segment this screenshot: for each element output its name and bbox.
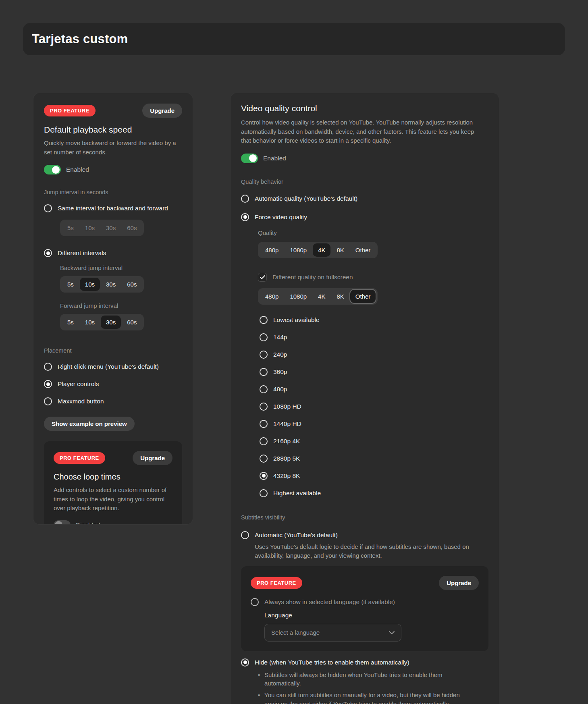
- checkbox-label: Different quality on fullscreen: [272, 274, 353, 281]
- radio-resolution-1080p[interactable]: 1080p HD: [260, 403, 488, 411]
- radio-label: Maxxmod button: [58, 398, 104, 405]
- quality-option[interactable]: 8K: [331, 243, 349, 257]
- quality-sub-label: Quality: [258, 229, 488, 236]
- interval-option[interactable]: 10s: [80, 316, 100, 329]
- radio-circle[interactable]: [260, 368, 268, 376]
- interval-option[interactable]: 5s: [62, 278, 79, 291]
- upgrade-button[interactable]: Upgrade: [142, 104, 182, 118]
- toggle-label: Disabled: [76, 521, 100, 525]
- radio-resolution-4320p[interactable]: 4320p 8K: [260, 472, 488, 480]
- loop-times-card: PRO FEATURE Upgrade Choose loop times Ad…: [44, 441, 182, 525]
- subtitles-section-label: Subtitles visibility: [241, 514, 488, 521]
- radio-circle[interactable]: [260, 455, 268, 463]
- quality-segmented: 480p 1080p 4K 8K Other: [258, 242, 378, 258]
- upgrade-button[interactable]: Upgrade: [439, 576, 479, 590]
- radio-circle-selected[interactable]: [44, 249, 52, 257]
- radio-circle[interactable]: [260, 420, 268, 428]
- forward-interval-segmented: 5s 10s 30s 60s: [60, 314, 144, 330]
- radio-label: Automatic quality (YouTube's default): [255, 195, 357, 202]
- radio-circle[interactable]: [44, 397, 52, 405]
- radio-circle[interactable]: [260, 333, 268, 341]
- radio-circle-selected[interactable]: [241, 658, 249, 667]
- interval-option[interactable]: 60s: [122, 316, 142, 329]
- fullscreen-quality-checkbox-row[interactable]: Different quality on fullscreen: [258, 273, 488, 282]
- hide-option-bullets: Subtitles will always be hidden when You…: [257, 671, 488, 704]
- radio-circle[interactable]: [44, 204, 52, 212]
- forward-jump-label: Forward jump interval: [60, 302, 182, 309]
- placement-section-label: Placement: [44, 347, 182, 354]
- radio-circle-selected[interactable]: [44, 380, 52, 388]
- radio-force-quality[interactable]: Force video quality: [241, 213, 488, 221]
- backward-interval-segmented: 5s 10s 30s 60s: [60, 276, 144, 293]
- radio-resolution-480p[interactable]: 480p: [260, 385, 488, 393]
- radio-circle[interactable]: [251, 598, 259, 606]
- radio-label: 240p: [273, 351, 287, 358]
- radio-always-show-language[interactable]: Always show in selected language (if ava…: [251, 598, 479, 606]
- same-interval-segmented: 5s 10s 30s 60s: [60, 220, 144, 236]
- radio-different-intervals[interactable]: Different intervals: [44, 249, 182, 257]
- radio-resolution-highest[interactable]: Highest available: [260, 489, 488, 497]
- radio-circle[interactable]: [260, 437, 268, 445]
- pro-feature-badge: PRO FEATURE: [44, 105, 96, 116]
- radio-resolution-2160p[interactable]: 2160p 4K: [260, 437, 488, 445]
- quality-option[interactable]: 480p: [260, 290, 284, 303]
- interval-option[interactable]: 5s: [62, 221, 79, 235]
- language-select[interactable]: Select a language: [264, 624, 401, 642]
- playback-enabled-toggle[interactable]: [44, 165, 61, 174]
- radio-subtitles-hide[interactable]: Hide (when YouTube tries to enable them …: [241, 658, 488, 667]
- radio-label: Lowest available: [273, 316, 320, 324]
- radio-placement-maxxmod[interactable]: Maxxmod button: [44, 397, 182, 405]
- upgrade-button[interactable]: Upgrade: [133, 451, 172, 465]
- show-example-button[interactable]: Show example on preview: [44, 417, 135, 431]
- radio-subtitles-automatic[interactable]: Automatic (YouTube's default): [241, 531, 488, 539]
- radio-circle[interactable]: [260, 385, 268, 393]
- radio-placement-player-controls[interactable]: Player controls: [44, 380, 182, 388]
- checkbox-checked[interactable]: [258, 273, 267, 282]
- radio-circle[interactable]: [44, 363, 52, 371]
- radio-circle[interactable]: [260, 351, 268, 359]
- quality-option[interactable]: 1080p: [285, 243, 312, 257]
- card-title: Video quality control: [241, 104, 488, 113]
- radio-circle[interactable]: [260, 316, 268, 324]
- interval-option[interactable]: 10s: [80, 221, 100, 235]
- interval-option-selected[interactable]: 10s: [80, 278, 100, 291]
- interval-option[interactable]: 30s: [101, 221, 121, 235]
- quality-enabled-toggle[interactable]: [241, 154, 258, 163]
- radio-resolution-144p[interactable]: 144p: [260, 333, 488, 341]
- quality-option-selected[interactable]: 4K: [313, 243, 330, 257]
- card-description: Quickly move backward or forward the vid…: [44, 139, 182, 157]
- interval-option[interactable]: 60s: [122, 278, 142, 291]
- radio-label: Always show in selected language (if ava…: [264, 598, 395, 606]
- radio-placement-rightclick[interactable]: Right click menu (YouTube's default): [44, 363, 182, 371]
- quality-option[interactable]: 480p: [260, 243, 284, 257]
- radio-circle[interactable]: [241, 195, 249, 203]
- interval-option-selected[interactable]: 30s: [101, 316, 121, 329]
- radio-same-interval[interactable]: Same interval for backward and forward: [44, 204, 182, 212]
- radio-resolution-2880p[interactable]: 2880p 5K: [260, 455, 488, 463]
- loop-card-title: Choose loop times: [54, 472, 172, 482]
- radio-resolution-360p[interactable]: 360p: [260, 368, 488, 376]
- radio-automatic-quality[interactable]: Automatic quality (YouTube's default): [241, 195, 488, 203]
- interval-option[interactable]: 5s: [62, 316, 79, 329]
- radio-resolution-240p[interactable]: 240p: [260, 351, 488, 359]
- quality-option[interactable]: 1080p: [285, 290, 312, 303]
- quality-option-selected[interactable]: Other: [350, 290, 376, 303]
- radio-circle[interactable]: [260, 489, 268, 497]
- quality-option[interactable]: 4K: [313, 290, 330, 303]
- radio-circle-selected[interactable]: [260, 472, 268, 480]
- quality-option[interactable]: 8K: [331, 290, 349, 303]
- quality-behavior-section-label: Quality behavior: [241, 179, 488, 185]
- interval-option[interactable]: 30s: [101, 278, 121, 291]
- radio-resolution-lowest[interactable]: Lowest available: [260, 316, 488, 324]
- radio-resolution-1440p[interactable]: 1440p HD: [260, 420, 488, 428]
- radio-circle[interactable]: [241, 531, 249, 539]
- radio-label: Different intervals: [58, 249, 106, 257]
- radio-circle[interactable]: [260, 403, 268, 411]
- loop-disabled-toggle[interactable]: [54, 520, 71, 525]
- radio-circle-selected[interactable]: [241, 213, 249, 221]
- subtitles-language-card: PRO FEATURE Upgrade Always show in selec…: [241, 566, 488, 651]
- select-placeholder: Select a language: [271, 629, 320, 636]
- subtitles-automatic-description: Uses YouTube's default logic to decide i…: [255, 542, 480, 561]
- interval-option[interactable]: 60s: [122, 221, 142, 235]
- quality-option[interactable]: Other: [350, 243, 376, 257]
